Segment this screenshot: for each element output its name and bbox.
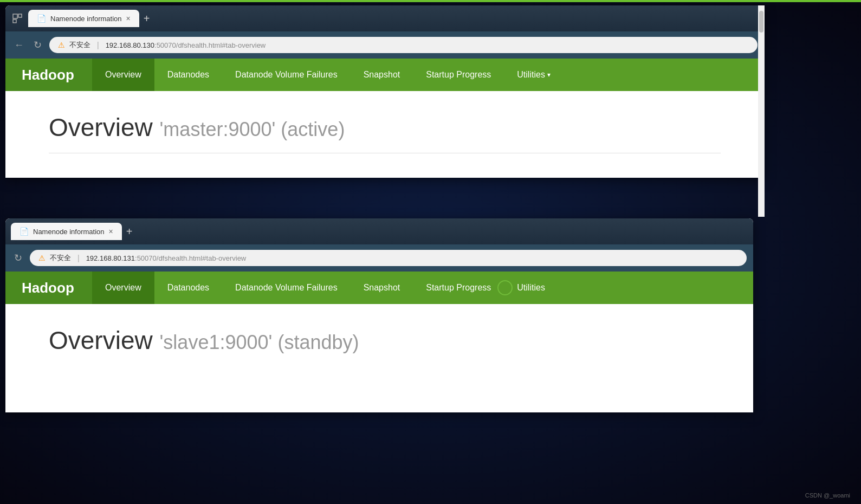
content-area-2: Overview 'slave1:9000' (standby)	[5, 304, 753, 412]
tab-bar-1: 📄 Namenode information × +	[5, 5, 764, 31]
nav-item-snapshot-1[interactable]: Snapshot	[351, 59, 413, 91]
overview-subtitle-1: 'master:9000' (active)	[160, 118, 345, 140]
nav-item-snapshot-2[interactable]: Snapshot	[351, 272, 413, 304]
csdn-watermark: CSDN @_woami	[805, 492, 850, 499]
browser-window-1: 📄 Namenode information × + ← ↻ ⚠ 不安全 | 1…	[5, 5, 764, 178]
nav-item-overview-1[interactable]: Overview	[92, 59, 154, 91]
hadoop-nav-1: Hadoop Overview Datanodes Datanode Volum…	[5, 59, 764, 91]
svg-rect-2	[13, 20, 16, 23]
url-host-2: 192.168.80.131	[86, 254, 135, 262]
nav-item-volume-failures-2[interactable]: Datanode Volume Failures	[222, 272, 351, 304]
tab-doc-icon-2: 📄	[20, 227, 29, 236]
insecure-label-1: 不安全	[69, 40, 90, 50]
hadoop-brand-2[interactable]: Hadoop	[5, 272, 92, 304]
browser-icon-1	[11, 12, 24, 25]
hadoop-brand-1[interactable]: Hadoop	[5, 59, 92, 91]
url-text-1: 192.168.80.130:50070/dfshealth.html#tab-…	[106, 41, 266, 49]
browser-window-2: 📄 Namenode information × + ↻ ⚠ 不安全 | 192…	[5, 218, 753, 412]
address-bar-2: ↻ ⚠ 不安全 | 192.168.80.131:50070/dfshealth…	[5, 244, 753, 272]
content-divider-1	[49, 153, 721, 153]
hadoop-nav-2: Hadoop Overview Datanodes Datanode Volum…	[5, 272, 753, 304]
overview-title-2: Overview 'slave1:9000' (standby)	[49, 326, 710, 355]
active-tab-1[interactable]: 📄 Namenode information ×	[28, 10, 139, 27]
url-box-1[interactable]: ⚠ 不安全 | 192.168.80.130:50070/dfshealth.h…	[49, 37, 758, 53]
back-button-1[interactable]: ←	[12, 37, 26, 53]
active-tab-2[interactable]: 📄 Namenode information ×	[11, 223, 122, 240]
nav-item-datanodes-1[interactable]: Datanodes	[154, 59, 222, 91]
nav-item-utilities-1[interactable]: Utilities ▾	[504, 59, 564, 91]
scrollbar-thumb-1[interactable]	[759, 11, 763, 33]
new-tab-button-1[interactable]: +	[139, 10, 154, 27]
new-tab-button-2[interactable]: +	[122, 223, 137, 240]
overview-title-1: Overview 'master:9000' (active)	[49, 113, 721, 142]
tab-doc-icon-1: 📄	[37, 14, 46, 23]
warning-icon-2: ⚠	[38, 254, 46, 262]
reload-button-2[interactable]: ↻	[12, 250, 24, 266]
nav-item-overview-2[interactable]: Overview	[92, 272, 154, 304]
url-host-1: 192.168.80.130	[106, 41, 154, 49]
nav-item-datanodes-2[interactable]: Datanodes	[154, 272, 222, 304]
hadoop-nav-items-1: Overview Datanodes Datanode Volume Failu…	[92, 59, 764, 91]
reload-button-1[interactable]: ↻	[31, 37, 44, 53]
svg-rect-1	[18, 14, 22, 17]
green-top-border	[0, 0, 861, 2]
warning-icon-1: ⚠	[58, 41, 65, 49]
nav-item-volume-failures-1[interactable]: Datanode Volume Failures	[222, 59, 351, 91]
overview-subtitle-2: 'slave1:9000' (standby)	[160, 331, 359, 353]
url-path-2: :50070/dfshealth.html#tab-overview	[135, 254, 246, 262]
circle-overlay	[497, 280, 513, 295]
tab-close-2[interactable]: ×	[109, 228, 113, 235]
address-bar-1: ← ↻ ⚠ 不安全 | 192.168.80.130:50070/dfsheal…	[5, 31, 764, 59]
pipe-1: |	[97, 41, 99, 49]
tab-close-1[interactable]: ×	[126, 15, 131, 22]
insecure-label-2: 不安全	[50, 253, 71, 263]
svg-rect-0	[13, 14, 17, 18]
nav-item-startup-progress-2[interactable]: Startup Progress	[413, 272, 504, 304]
pipe-2: |	[77, 254, 80, 262]
url-text-2: 192.168.80.131:50070/dfshealth.html#tab-…	[86, 254, 247, 262]
tab-label-2: Namenode information	[33, 228, 105, 236]
tab-bar-2: 📄 Namenode information × +	[5, 218, 753, 244]
url-box-2[interactable]: ⚠ 不安全 | 192.168.80.131:50070/dfshealth.h…	[30, 250, 747, 266]
content-area-1: Overview 'master:9000' (active)	[5, 91, 764, 178]
url-path-1: :50070/dfshealth.html#tab-overview	[154, 41, 266, 49]
tab-label-1: Namenode information	[50, 15, 122, 23]
hadoop-nav-items-2: Overview Datanodes Datanode Volume Failu…	[92, 272, 753, 304]
utilities-dropdown-arrow-1: ▾	[547, 71, 551, 79]
scrollbar-1[interactable]	[758, 5, 765, 217]
nav-item-startup-progress-1[interactable]: Startup Progress	[413, 59, 504, 91]
